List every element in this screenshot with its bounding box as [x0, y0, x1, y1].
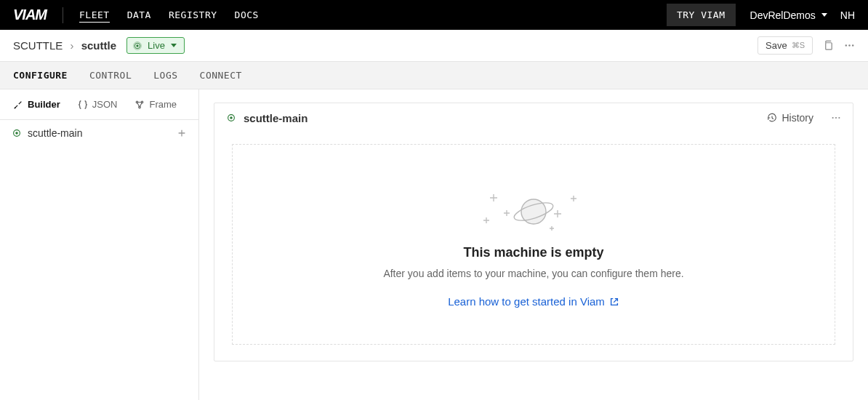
save-shortcut: ⌘S: [792, 41, 805, 50]
status-label: Live: [148, 40, 165, 51]
svg-point-6: [852, 44, 853, 46]
external-link-icon: [609, 297, 619, 307]
save-label: Save: [765, 40, 787, 51]
nav-docs[interactable]: DOCS: [235, 8, 259, 23]
chevron-down-icon: [171, 44, 177, 47]
svg-point-15: [835, 117, 837, 119]
tab-logs[interactable]: LOGS: [153, 70, 177, 81]
svg-point-5: [848, 44, 850, 46]
top-nav: FLEET DATA REGISTRY DOCS: [79, 8, 259, 23]
sidebar-item-machine[interactable]: scuttle-main: [0, 120, 198, 146]
svg-point-14: [832, 117, 834, 119]
more-icon[interactable]: [844, 40, 855, 51]
history-icon: [767, 113, 777, 123]
sidebar: Builder JSON Frame scuttle-main: [0, 89, 199, 400]
save-button[interactable]: Save ⌘S: [758, 36, 813, 55]
tab-configure[interactable]: CONFIGURE: [13, 70, 68, 81]
view-label: Builder: [28, 99, 60, 110]
breadcrumb-separator: ›: [71, 39, 74, 52]
tab-control[interactable]: CONTROL: [89, 70, 132, 81]
plus-icon: [177, 128, 187, 138]
svg-point-10: [15, 132, 18, 135]
svg-rect-3: [826, 43, 832, 49]
planet-sparkle-illustration: [247, 188, 820, 232]
wrench-icon: [13, 100, 23, 110]
broadcast-icon: [12, 128, 22, 138]
empty-state: This machine is empty After you add item…: [232, 144, 835, 345]
chevron-down-icon: [821, 13, 827, 17]
learn-link-text: Learn how to get started in Viam: [448, 295, 605, 308]
frame-icon: [134, 100, 145, 110]
tab-connect[interactable]: CONNECT: [200, 70, 242, 81]
braces-icon: [78, 100, 88, 110]
history-button[interactable]: History: [767, 112, 813, 124]
empty-subtitle: After you add items to your machine, you…: [247, 268, 820, 279]
org-name: DevRelDemos: [750, 9, 816, 21]
logo: VIAM: [13, 7, 47, 23]
svg-point-12: [230, 116, 233, 119]
history-label: History: [781, 112, 813, 124]
org-switcher[interactable]: DevRelDemos: [750, 9, 827, 21]
nav-fleet[interactable]: FLEET: [79, 8, 110, 23]
status-badge[interactable]: Live: [126, 37, 185, 54]
breadcrumb-current: scuttle: [81, 39, 116, 52]
view-label: Frame: [149, 99, 177, 110]
sidebar-item-label: scuttle-main: [28, 127, 82, 139]
view-json[interactable]: JSON: [78, 99, 118, 110]
machine-card: scuttle-main History: [214, 103, 853, 361]
svg-point-0: [136, 44, 138, 47]
view-label: JSON: [92, 99, 118, 110]
breadcrumb: SCUTTLE › scuttle: [13, 39, 116, 52]
learn-link[interactable]: Learn how to get started in Viam: [448, 295, 619, 308]
broadcast-icon: [133, 41, 142, 50]
copy-icon[interactable]: [823, 40, 834, 51]
user-avatar[interactable]: NH: [840, 9, 855, 21]
nav-registry[interactable]: REGISTRY: [169, 8, 217, 23]
card-title: scuttle-main: [244, 112, 308, 124]
view-frame[interactable]: Frame: [134, 99, 177, 110]
broadcast-icon: [226, 113, 236, 123]
divider: [63, 7, 63, 23]
add-button[interactable]: [177, 128, 187, 138]
nav-data[interactable]: DATA: [127, 8, 151, 23]
svg-point-4: [845, 44, 847, 46]
card-more-icon[interactable]: [831, 113, 841, 123]
view-builder[interactable]: Builder: [13, 99, 60, 110]
breadcrumb-parent[interactable]: SCUTTLE: [13, 39, 63, 52]
try-viam-button[interactable]: TRY VIAM: [667, 4, 736, 26]
svg-point-16: [838, 117, 840, 119]
empty-title: This machine is empty: [247, 245, 820, 260]
